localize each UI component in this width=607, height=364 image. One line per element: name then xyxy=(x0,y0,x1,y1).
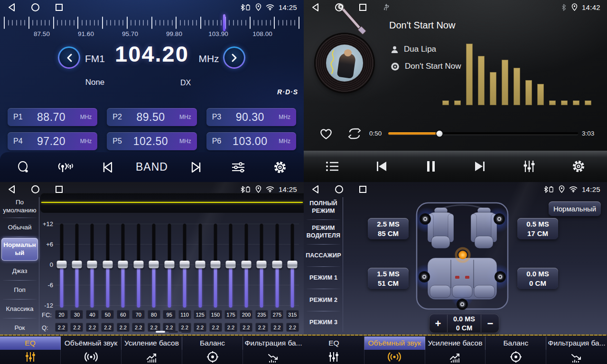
fc-value-box[interactable]: 315 xyxy=(286,310,299,319)
eq-preset-item[interactable]: Джаз xyxy=(0,262,39,281)
q-value-box[interactable]: 2.2 xyxy=(194,323,206,332)
playlist-icon[interactable] xyxy=(319,156,346,177)
fc-value-box[interactable]: 200 xyxy=(240,310,252,319)
back-button[interactable] xyxy=(7,184,16,194)
settings-gear-icon[interactable] xyxy=(267,157,293,178)
fc-value-box[interactable]: 95 xyxy=(163,310,176,319)
stage-preset-button[interactable]: Нормальный xyxy=(549,201,601,216)
fc-value-box[interactable]: 40 xyxy=(86,310,99,319)
filter-icon[interactable] xyxy=(546,350,607,364)
fc-value-box[interactable]: 110 xyxy=(178,310,191,319)
recents-button[interactable] xyxy=(358,184,367,194)
mode-item-1[interactable]: РЕЖИМ 1 xyxy=(304,267,343,289)
tab-eq[interactable]: EQ xyxy=(304,337,364,350)
scan-icon[interactable] xyxy=(10,157,37,178)
mode-item-passenger[interactable]: ПАССАЖИР xyxy=(304,245,343,267)
balance-icon[interactable] xyxy=(182,350,243,364)
q-value-box[interactable]: 2.2 xyxy=(117,323,130,332)
recents-button[interactable] xyxy=(54,2,64,12)
eq-band-slider[interactable] xyxy=(70,224,83,305)
eq-band-slider[interactable] xyxy=(209,224,222,305)
front-right-delay-button[interactable]: 0.5 MS17 CM xyxy=(517,218,558,239)
broadcast-icon[interactable] xyxy=(52,157,79,178)
seek-bar[interactable] xyxy=(388,132,578,135)
eq-band-slider[interactable] xyxy=(286,224,299,305)
eq-band-slider[interactable] xyxy=(178,224,191,305)
eq-sliders-icon[interactable] xyxy=(304,350,364,364)
q-value-box[interactable]: 2.2 xyxy=(271,323,283,332)
fc-value-box[interactable]: 125 xyxy=(194,310,206,319)
surround-icon[interactable] xyxy=(364,350,425,364)
seek-up-button[interactable] xyxy=(223,46,245,69)
repeat-icon[interactable] xyxy=(346,127,363,140)
recents-button[interactable] xyxy=(358,2,367,12)
fc-value-box[interactable]: 80 xyxy=(148,310,160,319)
balance-icon[interactable] xyxy=(486,350,546,364)
eq-band-slider[interactable] xyxy=(86,224,99,305)
next-icon[interactable] xyxy=(183,157,210,178)
mode-item-3[interactable]: РЕЖИМ 3 xyxy=(304,311,343,334)
seek-bar-knob[interactable] xyxy=(437,130,443,136)
fc-value-box[interactable]: 60 xyxy=(117,310,130,319)
back-button[interactable] xyxy=(310,184,320,194)
fc-value-box[interactable]: 275 xyxy=(271,310,283,319)
mode-item-driver[interactable]: РЕЖИМ ВОДИТЕЛЯ xyxy=(304,220,343,245)
q-value-box[interactable]: 2.2 xyxy=(86,323,99,332)
fc-value-box[interactable]: 20 xyxy=(55,310,68,319)
fc-value-box[interactable]: 50 xyxy=(101,310,114,319)
q-value-box[interactable]: 2.2 xyxy=(132,323,145,332)
mode-item-2[interactable]: РЕЖИМ 2 xyxy=(304,289,343,311)
band-button[interactable]: BAND xyxy=(136,161,168,173)
rear-right-delay-button[interactable]: 0.0 MS0 CM xyxy=(517,268,558,289)
eq-band-slider[interactable] xyxy=(271,224,283,305)
pause-icon[interactable] xyxy=(418,156,444,177)
home-button[interactable] xyxy=(334,184,344,194)
bass-boost-icon[interactable] xyxy=(121,350,182,364)
preset-button[interactable]: P289.50MHz xyxy=(107,108,196,126)
q-value-box[interactable]: 2.2 xyxy=(240,323,252,332)
q-value-box[interactable]: 2.2 xyxy=(209,323,222,332)
eq-band-slider[interactable] xyxy=(132,224,145,305)
tab-balance[interactable]: Баланс xyxy=(486,337,546,350)
equalizer-icon[interactable] xyxy=(225,157,252,178)
q-value-box[interactable]: 2.2 xyxy=(286,323,299,332)
fc-value-box[interactable]: 175 xyxy=(224,310,237,319)
rear-left-delay-button[interactable]: 1.5 MS51 CM xyxy=(368,268,409,289)
eq-band-slider[interactable] xyxy=(194,224,206,305)
q-value-box[interactable]: 2.2 xyxy=(70,323,83,332)
favorite-heart-icon[interactable] xyxy=(319,127,333,140)
tab-surround[interactable]: Объёмный звук xyxy=(61,337,121,350)
eq-preset-item[interactable]: Обычай xyxy=(0,218,39,237)
tab-bass-boost[interactable]: Усиление басов xyxy=(121,337,182,350)
home-button[interactable] xyxy=(30,184,40,194)
fc-value-box[interactable]: 30 xyxy=(70,310,83,319)
preset-button[interactable]: P6103.00MHz xyxy=(206,132,296,150)
seek-down-button[interactable] xyxy=(58,46,80,69)
q-value-box[interactable]: 2.2 xyxy=(255,323,268,332)
eq-preset-item[interactable]: Поп xyxy=(0,281,39,300)
next-track-icon[interactable] xyxy=(467,156,493,177)
preset-button[interactable]: P5102.50MHz xyxy=(107,132,196,150)
eq-band-slider[interactable] xyxy=(148,224,160,305)
fc-value-box[interactable]: 150 xyxy=(209,310,222,319)
mixer-icon[interactable] xyxy=(516,156,542,177)
tab-eq[interactable]: EQ xyxy=(0,337,61,350)
delay-minus-button[interactable]: − xyxy=(481,314,499,333)
eq-preset-item[interactable]: Классика xyxy=(0,300,39,318)
q-value-box[interactable]: 2.2 xyxy=(55,323,68,332)
filter-icon[interactable] xyxy=(243,350,304,364)
tab-balance[interactable]: Баланс xyxy=(182,337,243,350)
eq-preset-item[interactable]: Нормальный xyxy=(1,238,38,261)
preset-button[interactable]: P188.70MHz xyxy=(8,108,97,126)
delay-plus-button[interactable]: + xyxy=(429,314,447,333)
back-button[interactable] xyxy=(7,2,16,12)
previous-track-icon[interactable] xyxy=(368,156,395,177)
tab-surround[interactable]: Объёмный звук xyxy=(364,337,425,350)
eq-band-slider[interactable] xyxy=(55,224,68,305)
settings-gear-icon[interactable] xyxy=(565,156,592,177)
tuner-scale[interactable]: 87.5091.6095.7099.80103.90108.00 xyxy=(0,14,304,39)
eq-sliders-icon[interactable] xyxy=(0,350,61,364)
preset-button[interactable]: P390.30MHz xyxy=(206,108,296,126)
q-value-box[interactable]: 2.2 xyxy=(224,323,237,332)
eq-preset-item[interactable]: Рок xyxy=(0,318,39,337)
